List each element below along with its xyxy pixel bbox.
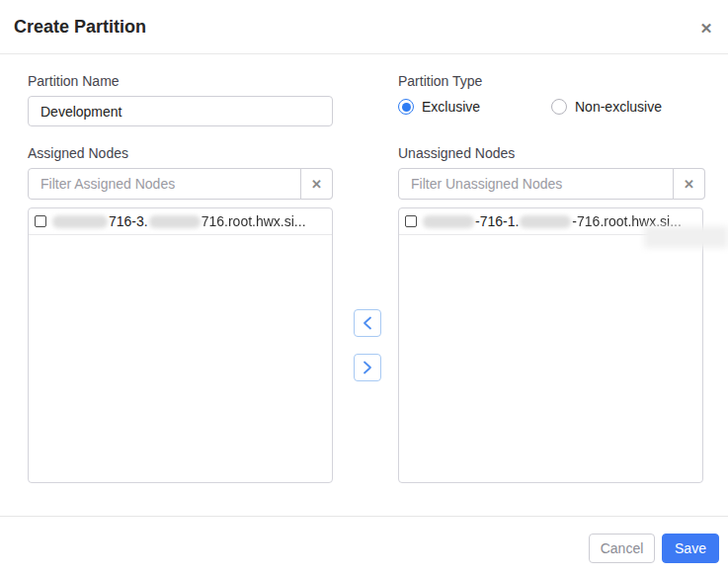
assigned-node-row[interactable]: 716-3.716.root.hwx.si... bbox=[29, 208, 332, 235]
move-right-button[interactable] bbox=[354, 354, 381, 381]
assigned-nodes-label: Assigned Nodes bbox=[28, 145, 128, 161]
chevron-left-icon bbox=[362, 316, 373, 330]
node-checkbox[interactable] bbox=[405, 215, 417, 227]
radio-label: Exclusive bbox=[422, 99, 480, 115]
unassigned-filter-input[interactable] bbox=[398, 168, 705, 200]
footer-divider bbox=[0, 516, 728, 517]
unassigned-filter-group: ✕ bbox=[398, 168, 705, 200]
node-name-part: -716-1. bbox=[475, 213, 519, 229]
unassigned-filter-clear-icon[interactable]: ✕ bbox=[673, 168, 705, 200]
unassigned-nodes-list: -716-1.-716.root.hwx.si... bbox=[398, 207, 703, 483]
radio-option-non-exclusive[interactable]: Non-exclusive bbox=[551, 99, 662, 115]
chevron-right-icon bbox=[362, 361, 373, 374]
create-partition-dialog: Create Partition ✕ Partition Name Partit… bbox=[0, 0, 728, 576]
dialog-title: Create Partition bbox=[14, 17, 146, 38]
close-icon[interactable]: ✕ bbox=[695, 18, 717, 40]
radio-unselected-icon[interactable] bbox=[551, 99, 567, 115]
cancel-button[interactable]: Cancel bbox=[589, 534, 655, 563]
assigned-filter-input[interactable] bbox=[28, 168, 333, 200]
node-name-part: 716-3. bbox=[109, 213, 148, 229]
radio-selected-icon[interactable] bbox=[398, 99, 414, 115]
redacted-text bbox=[520, 215, 571, 228]
redacted-text bbox=[52, 215, 108, 228]
partition-type-label: Partition Type bbox=[398, 73, 482, 89]
move-left-button[interactable] bbox=[354, 309, 381, 337]
radio-label: Non-exclusive bbox=[575, 99, 662, 115]
assigned-filter-group: ✕ bbox=[28, 168, 333, 200]
node-name: -716-1.-716.root.hwx.si... bbox=[422, 213, 682, 229]
partition-name-input[interactable] bbox=[28, 96, 333, 126]
partition-name-label: Partition Name bbox=[28, 73, 120, 89]
redacted-text bbox=[149, 215, 201, 228]
node-name-part: 716.root.hwx.si... bbox=[202, 213, 306, 229]
assigned-nodes-list: 716-3.716.root.hwx.si... bbox=[28, 207, 333, 483]
redacted-text bbox=[423, 215, 474, 228]
node-checkbox[interactable] bbox=[35, 215, 46, 227]
redaction-smudge bbox=[644, 226, 728, 248]
save-button[interactable]: Save bbox=[662, 534, 719, 563]
radio-option-exclusive[interactable]: Exclusive bbox=[398, 99, 480, 115]
node-name: 716-3.716.root.hwx.si... bbox=[51, 213, 306, 229]
assigned-filter-clear-icon[interactable]: ✕ bbox=[300, 168, 333, 200]
unassigned-nodes-label: Unassigned Nodes bbox=[398, 145, 515, 161]
dialog-header: Create Partition ✕ bbox=[0, 0, 728, 54]
